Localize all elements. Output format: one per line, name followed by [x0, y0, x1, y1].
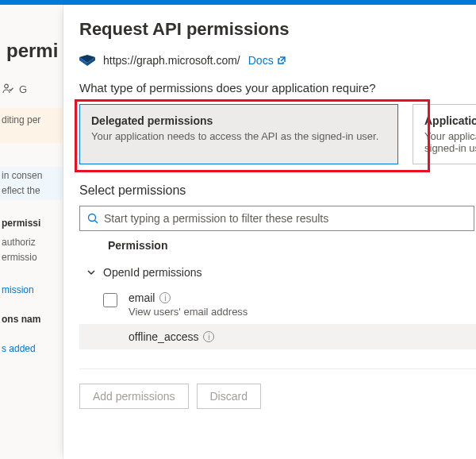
- application-permissions-card[interactable]: Application Your applica signed-in us: [413, 104, 476, 164]
- discard-button[interactable]: Discard: [197, 384, 261, 409]
- external-link-icon: [277, 56, 286, 65]
- select-permissions-label: Select permissions: [79, 183, 476, 198]
- chevron-down-icon: [86, 267, 97, 278]
- bg-warning-banner: diting per: [0, 108, 63, 143]
- permission-type-question: What type of permissions does your appli…: [79, 81, 476, 94]
- bg-info-banner: in consen eflect the: [0, 167, 63, 200]
- bg-heading-2: ons nam: [0, 310, 63, 329]
- permissions-list[interactable]: OpenId permissions email i View users' e…: [79, 260, 476, 369]
- bg-text-block: authoriz ermissio: [0, 233, 63, 267]
- permission-search[interactable]: [79, 206, 474, 231]
- permission-row-email[interactable]: email i View users' email address: [79, 285, 476, 324]
- svg-point-1: [89, 214, 96, 222]
- bg-heading-1: permissi: [0, 214, 63, 233]
- permission-desc: View users' email address: [129, 306, 248, 318]
- api-url: https://graph.microsoft.com/: [103, 54, 240, 67]
- panel-footer: Add permissions Discard: [79, 369, 476, 423]
- card-title: Application: [424, 114, 476, 127]
- card-title: Delegated permissions: [91, 114, 386, 127]
- background-page: permi G diting per in consen eflect the …: [0, 5, 63, 459]
- panel-title: Request API permissions: [79, 19, 476, 40]
- permission-name: email: [129, 291, 155, 304]
- bg-grant-consent-link[interactable]: G: [0, 79, 29, 98]
- card-desc-l1: Your applica: [424, 130, 476, 142]
- permission-checkbox-email[interactable]: [103, 293, 117, 307]
- card-desc-l2: signed-in us: [424, 142, 476, 154]
- permission-search-input[interactable]: [104, 212, 467, 225]
- permission-type-cards: Delegated permissions Your application n…: [79, 104, 476, 164]
- graph-api-icon: [79, 55, 95, 66]
- add-permissions-button[interactable]: Add permissions: [79, 384, 189, 409]
- svg-line-2: [95, 221, 98, 224]
- api-identifier-row: https://graph.microsoft.com/ Docs: [79, 54, 476, 67]
- docs-link[interactable]: Docs: [248, 54, 286, 67]
- info-icon[interactable]: i: [203, 331, 214, 342]
- bg-title: permi: [0, 5, 63, 62]
- card-desc: Your application needs to access the API…: [91, 130, 386, 142]
- search-icon: [86, 212, 99, 225]
- bg-link-2[interactable]: s added: [0, 340, 63, 358]
- permission-row-offline-access[interactable]: offline_access i: [79, 324, 476, 349]
- group-openid-permissions[interactable]: OpenId permissions: [79, 260, 476, 285]
- person-check-icon: [2, 83, 14, 95]
- permission-column-header: Permission: [79, 231, 476, 260]
- bg-link-1[interactable]: mission: [0, 281, 63, 299]
- delegated-permissions-card[interactable]: Delegated permissions Your application n…: [79, 104, 398, 164]
- request-api-permissions-panel: Request API permissions https://graph.mi…: [63, 5, 476, 459]
- permission-name: offline_access: [129, 330, 198, 343]
- svg-point-0: [5, 84, 9, 88]
- info-icon[interactable]: i: [159, 292, 171, 303]
